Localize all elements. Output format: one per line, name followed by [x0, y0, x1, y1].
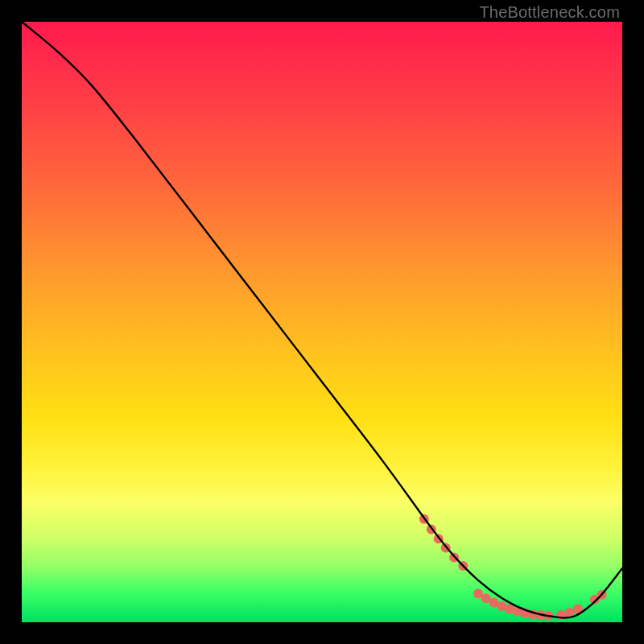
- plot-area: [22, 22, 622, 622]
- chart-frame: TheBottleneck.com: [0, 0, 644, 644]
- chart-svg: [22, 22, 622, 622]
- bottleneck-curve: [22, 22, 622, 618]
- watermark-text: TheBottleneck.com: [479, 3, 620, 22]
